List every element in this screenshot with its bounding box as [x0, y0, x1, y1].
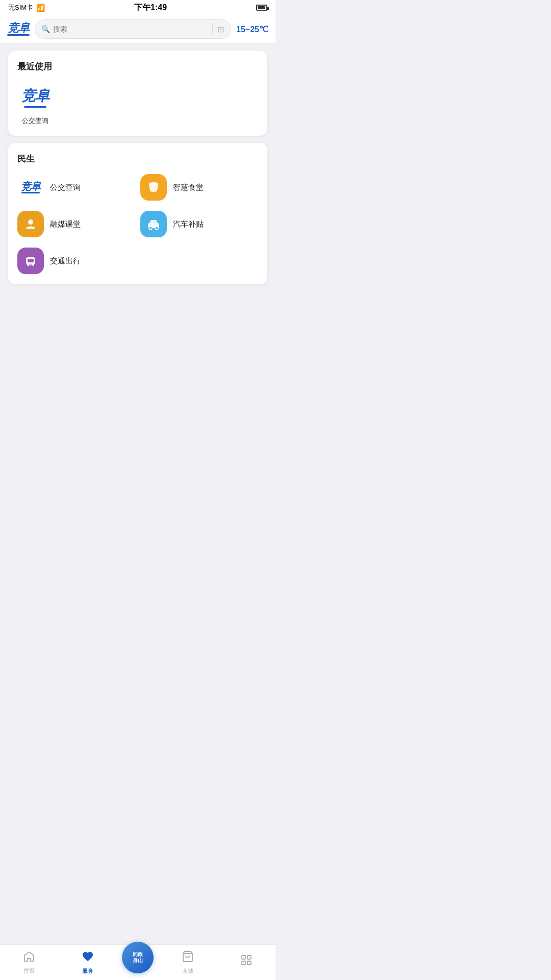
recent-item-bus[interactable]: 竞阜 公交查询 [17, 82, 53, 126]
logo-text: 竞阜 [8, 22, 29, 34]
car-icon [140, 211, 167, 237]
service-item-car-label: 汽车补贴 [173, 219, 204, 229]
service-grid: 竞阜 公交查询 智慧食堂 融媒课堂 [17, 174, 258, 274]
recent-title: 最近使用 [17, 61, 258, 72]
svg-rect-9 [27, 261, 28, 263]
svg-rect-10 [34, 261, 35, 263]
recent-section: 最近使用 竞阜 公交查询 [8, 51, 267, 136]
transit-icon [17, 248, 44, 274]
svg-point-3 [155, 227, 158, 230]
service-item-car[interactable]: 汽车补贴 [140, 211, 258, 237]
service-item-media-label: 融媒课堂 [50, 219, 81, 229]
svg-rect-5 [28, 259, 34, 262]
status-battery-area [256, 5, 267, 11]
status-signal: 无SIM卡 📶 [8, 3, 45, 12]
app-logo: 竞阜 [7, 22, 30, 36]
svg-point-2 [149, 227, 152, 230]
svg-rect-8 [28, 264, 34, 265]
search-icon: 🔍 [41, 25, 50, 33]
search-bar[interactable]: 🔍 ⊡ [35, 19, 231, 39]
bus-service-icon: 竞阜 [17, 174, 44, 201]
service-item-canteen-label: 智慧食堂 [173, 183, 204, 192]
service-section: 民生 竞阜 公交查询 智慧食堂 [8, 143, 267, 284]
service-item-transit[interactable]: 交通出行 [17, 248, 135, 274]
canteen-icon [140, 174, 167, 201]
battery-icon [256, 5, 267, 11]
svg-point-0 [28, 219, 33, 225]
wifi-icon: 📶 [36, 4, 45, 12]
recent-items: 竞阜 公交查询 [17, 82, 258, 126]
temperature-display: 15~25℃ [236, 24, 268, 34]
search-input[interactable] [53, 25, 209, 33]
recent-item-label: 公交查询 [22, 116, 48, 126]
media-icon [17, 211, 44, 237]
app-header: 竞阜 🔍 ⊡ 15~25℃ [0, 15, 276, 43]
status-time: 下午1:49 [134, 3, 167, 13]
logo-underline [7, 34, 30, 36]
service-item-canteen[interactable]: 智慧食堂 [140, 174, 258, 201]
service-item-bus-label: 公交查询 [50, 183, 81, 192]
service-item-media[interactable]: 融媒课堂 [17, 211, 135, 237]
signal-text: 无SIM卡 [8, 3, 33, 12]
recent-bus-icon: 竞阜 [20, 82, 51, 112]
service-item-bus[interactable]: 竞阜 公交查询 [17, 174, 135, 201]
service-title: 民生 [17, 153, 258, 165]
status-bar: 无SIM卡 📶 下午1:49 [0, 0, 276, 15]
scan-icon[interactable]: ⊡ [212, 23, 224, 35]
service-item-transit-label: 交通出行 [50, 256, 81, 266]
